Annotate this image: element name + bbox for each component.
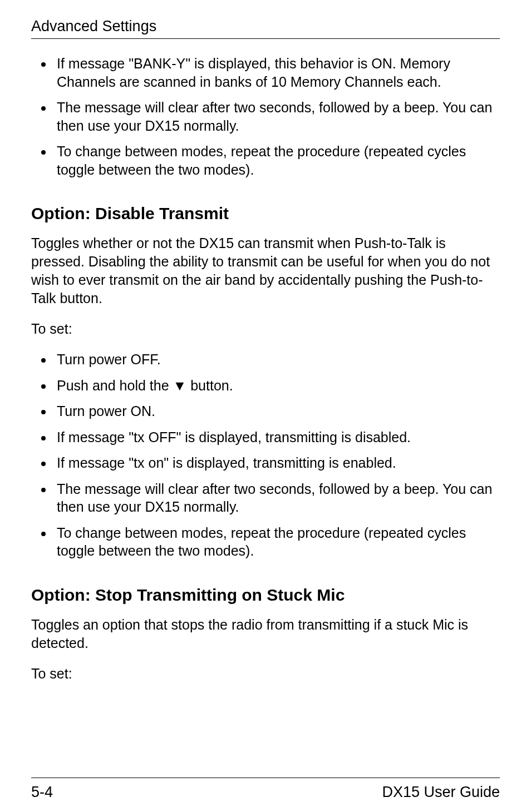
header-rule — [31, 38, 500, 39]
page-number: 5-4 — [31, 784, 53, 801]
list-item: The message will clear after two seconds… — [53, 480, 500, 516]
continued-bullet-list: If message "BANK-Y" is displayed, this b… — [31, 55, 500, 179]
list-item: Turn power OFF. — [53, 350, 500, 369]
list-item: If message "BANK-Y" is displayed, this b… — [53, 55, 500, 91]
doc-title: DX15 User Guide — [382, 784, 500, 801]
list-item: Turn power ON. — [53, 402, 500, 420]
list-item: The message will clear after two seconds… — [53, 98, 500, 135]
section1-bullet-list: Turn power OFF. Push and hold the ▼ butt… — [31, 350, 500, 560]
list-item: To change between modes, repeat the proc… — [53, 524, 500, 560]
section1-toset: To set: — [31, 320, 500, 338]
section1-paragraph: Toggles whether or not the DX15 can tran… — [31, 234, 500, 308]
section-heading-stuck-mic: Option: Stop Transmitting on Stuck Mic — [31, 586, 500, 605]
body-content: If message "BANK-Y" is displayed, this b… — [31, 55, 500, 778]
list-item: If message "tx OFF" is displayed, transm… — [53, 428, 500, 447]
section-heading-disable-transmit: Option: Disable Transmit — [31, 204, 500, 223]
list-item: Push and hold the ▼ button. — [53, 377, 500, 395]
section2-toset: To set: — [31, 665, 500, 683]
list-item: If message "tx on" is displayed, transmi… — [53, 454, 500, 472]
footer-rule — [31, 778, 500, 778]
running-header: Advanced Settings — [31, 18, 500, 35]
list-item: To change between modes, repeat the proc… — [53, 142, 500, 179]
section2-paragraph: Toggles an option that stops the radio f… — [31, 616, 500, 652]
footer: 5-4 DX15 User Guide — [31, 778, 500, 801]
